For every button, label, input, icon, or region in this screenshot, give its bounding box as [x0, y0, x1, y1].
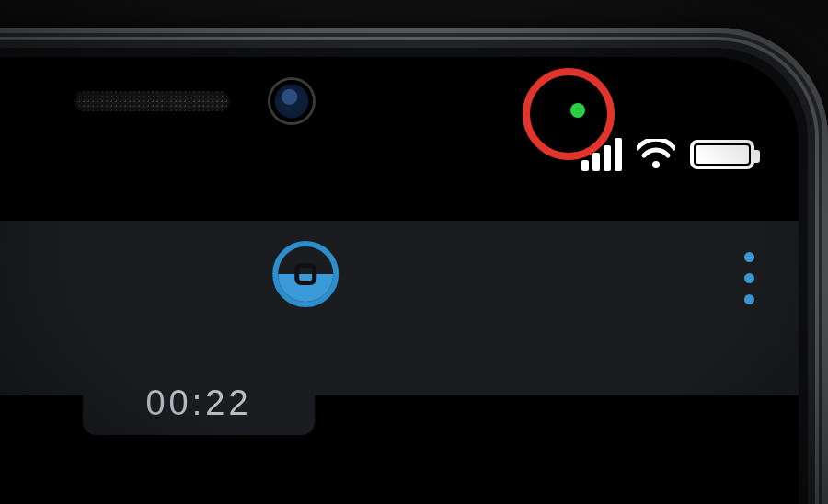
status-bar	[581, 138, 754, 171]
recording-timer: 00:22	[83, 371, 315, 435]
cellular-signal-icon	[581, 138, 622, 171]
more-options-button[interactable]	[744, 252, 754, 304]
stop-icon	[294, 263, 316, 285]
phone-screen: T 00:22	[0, 57, 799, 504]
earpiece-speaker	[74, 91, 230, 111]
notch	[60, 57, 538, 151]
wifi-icon	[637, 139, 675, 170]
record-shutter-button[interactable]	[272, 241, 339, 307]
privacy-indicator-dot-icon	[570, 103, 585, 118]
battery-icon	[690, 140, 754, 169]
app-navigation-bar: T 00:22	[0, 221, 799, 395]
front-camera-icon	[270, 80, 313, 122]
phone-chassis: T 00:22	[0, 28, 828, 504]
